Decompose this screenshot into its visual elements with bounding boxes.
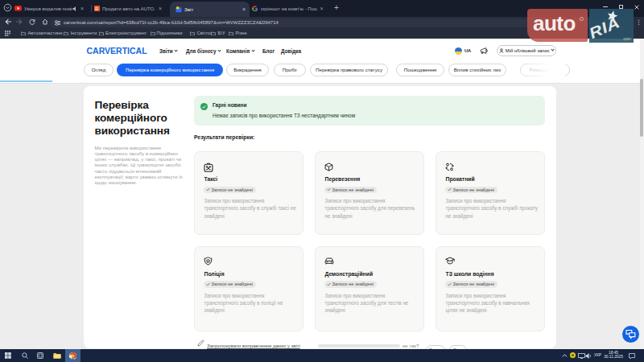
svg-text:R: R [95,6,98,11]
